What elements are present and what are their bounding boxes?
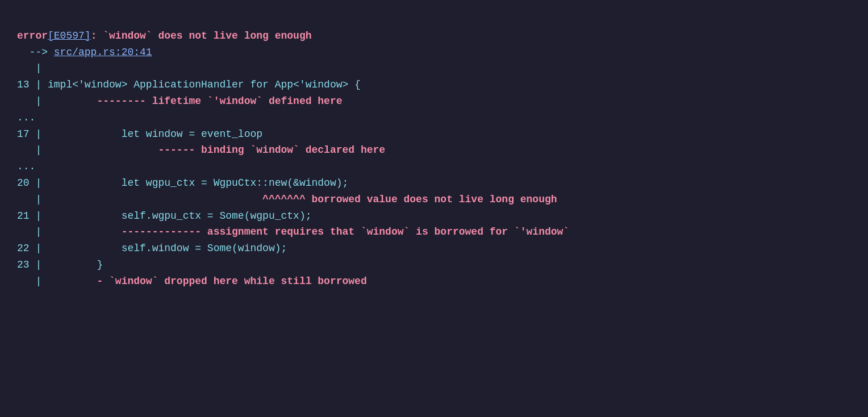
- line-22: 22 | self.window = Some(window);: [17, 240, 851, 257]
- line-21: 21 | self.wgpu_ctx = Some(wgpu_ctx);: [17, 208, 851, 224]
- line-20: 20 | let wgpu_ctx = WgpuCtx::new(&window…: [17, 175, 851, 191]
- line-23: 23 | }: [17, 257, 851, 273]
- line-lifetime: | -------- lifetime `'window` defined he…: [17, 93, 851, 110]
- terminal-output: error[E0597]: `window` does not live lon…: [17, 11, 851, 290]
- line-binding: | ------ binding `window` declared here: [17, 142, 851, 159]
- line-dots2: ...: [17, 159, 851, 175]
- line-borrowed-value: | ^^^^^^^ borrowed value does not live l…: [17, 191, 851, 208]
- line-17: 17 | let window = event_loop: [17, 126, 851, 143]
- line-error-header: error[E0597]: `window` does not live lon…: [17, 28, 851, 44]
- line-assignment: | ------------- assignment requires that…: [17, 224, 851, 240]
- line-arrow: --> src/app.rs:20:41: [17, 44, 851, 61]
- line-dropped: | - `window` dropped here while still bo…: [17, 273, 851, 290]
- line-13: 13 | impl<'window> ApplicationHandler fo…: [17, 77, 851, 93]
- line-pipe1: |: [17, 60, 851, 77]
- line-dots1: ...: [17, 110, 851, 126]
- file-link[interactable]: src/app.rs:20:41: [54, 47, 152, 58]
